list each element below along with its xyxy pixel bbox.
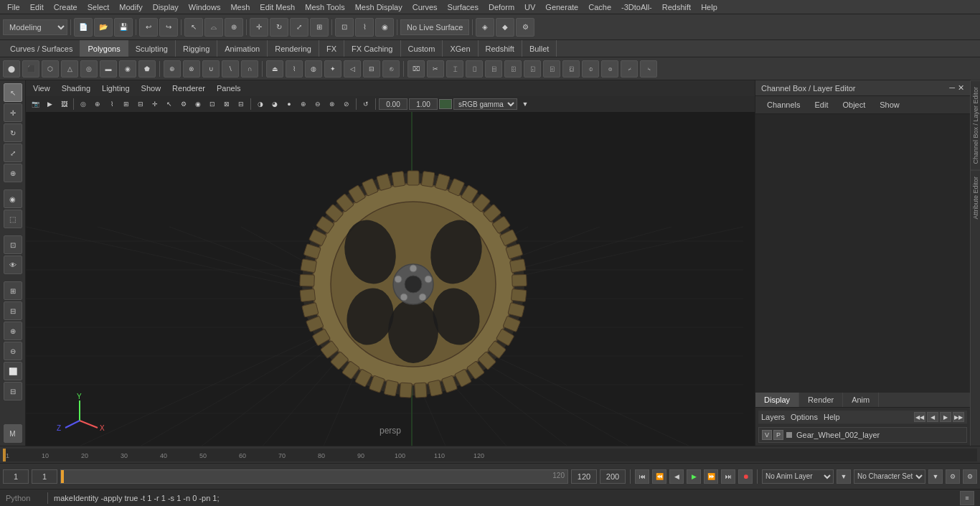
shelf-combine[interactable]: ⊕ bbox=[164, 60, 181, 78]
channel-box-side-tab[interactable]: Channel Box / Layer Editor bbox=[971, 80, 980, 170]
cb-tab-object[interactable]: Object bbox=[837, 99, 871, 111]
menu-curves[interactable]: Curves bbox=[408, 2, 442, 12]
shelf-offset-edge[interactable]: ⌷ bbox=[466, 60, 483, 78]
shelf-average-verts[interactable]: ⌾ bbox=[601, 60, 618, 78]
live-surface-btn[interactable]: No Live Surface bbox=[400, 19, 469, 35]
shelf-sphere[interactable]: ⬤ bbox=[3, 60, 20, 78]
vp-shade2-icon[interactable]: ◕ bbox=[268, 98, 281, 111]
shelf-slide-edge[interactable]: ⌸ bbox=[485, 60, 502, 78]
cb-tab-channels[interactable]: Channels bbox=[761, 99, 806, 111]
layer-arrow-next[interactable]: ▶ bbox=[940, 412, 951, 422]
vp-xray-icon[interactable]: ◎ bbox=[77, 98, 90, 111]
char-set-gear-btn[interactable]: ⚙ bbox=[946, 469, 960, 484]
maya-icon-btn[interactable]: M bbox=[4, 424, 22, 443]
vp-shade1-icon[interactable]: ◑ bbox=[254, 98, 267, 111]
vp-menu-shading[interactable]: Shading bbox=[59, 84, 93, 93]
collapse-all-btn[interactable]: ⊟ bbox=[4, 382, 22, 400]
vp-manip-icon[interactable]: ✛ bbox=[149, 98, 161, 111]
tab-redshift[interactable]: Redshift bbox=[479, 40, 522, 57]
vp-shade5-icon[interactable]: ⊖ bbox=[311, 98, 324, 111]
vp-extra-icon[interactable]: ▼ bbox=[519, 98, 532, 111]
vp-res3-icon[interactable]: ⊟ bbox=[235, 98, 248, 111]
quick-layout-btn[interactable]: ⊞ bbox=[4, 281, 22, 300]
vp-hud-icon[interactable]: ⊟ bbox=[134, 98, 147, 111]
snap-curve-btn[interactable]: ⌇ bbox=[355, 18, 374, 37]
shelf-duplicate-face[interactable]: ⊟ bbox=[363, 60, 380, 78]
render-btn[interactable]: ◈ bbox=[476, 18, 494, 37]
editor-btn[interactable]: ⊟ bbox=[4, 301, 22, 320]
play-back-btn[interactable]: ◀ bbox=[669, 469, 684, 484]
go-end-btn[interactable]: ⏭ bbox=[721, 469, 735, 484]
soft-select-btn[interactable]: ◉ bbox=[4, 189, 22, 208]
move-btn[interactable]: ✛ bbox=[250, 18, 268, 37]
shelf-platonic[interactable]: ⬟ bbox=[138, 60, 156, 78]
tab-custom[interactable]: Custom bbox=[401, 40, 443, 57]
step-back-btn[interactable]: ⏪ bbox=[652, 469, 666, 484]
shelf-insert-loop[interactable]: ⌶ bbox=[446, 60, 463, 78]
range-start-input[interactable] bbox=[32, 469, 57, 484]
lasso-btn[interactable]: ⌓ bbox=[204, 18, 223, 37]
tab-display[interactable]: Display bbox=[755, 393, 799, 407]
snap-to-grid-btn[interactable]: ⊡ bbox=[4, 235, 22, 254]
layer-arrow-right[interactable]: ▶▶ bbox=[953, 412, 964, 422]
shelf-extrude[interactable]: ⏏ bbox=[266, 60, 283, 78]
menu-generate[interactable]: Generate bbox=[541, 2, 583, 12]
tab-render[interactable]: Render bbox=[799, 393, 843, 407]
shelf-bevel[interactable]: ⌧ bbox=[407, 60, 425, 78]
vp-menu-show[interactable]: Show bbox=[138, 84, 164, 93]
tab-rendering[interactable]: Rendering bbox=[268, 40, 319, 57]
render-settings-btn[interactable]: ⚙ bbox=[516, 18, 534, 37]
menu-mesh-display[interactable]: Mesh Display bbox=[351, 2, 407, 12]
menu-cache[interactable]: Cache bbox=[584, 2, 616, 12]
menu-surfaces[interactable]: Surfaces bbox=[443, 2, 483, 12]
shelf-connect[interactable]: ⌹ bbox=[504, 60, 522, 78]
tab-curves-surfaces[interactable]: Curves / Surfaces bbox=[3, 40, 80, 57]
vp-isolate-icon[interactable]: ◉ bbox=[192, 98, 204, 111]
menu-3dtall[interactable]: -3DtoAll- bbox=[617, 2, 656, 12]
menu-mesh[interactable]: Mesh bbox=[226, 2, 254, 12]
save-file-btn[interactable]: 💾 bbox=[114, 18, 133, 37]
viewport-canvas[interactable]: X Y Z bbox=[26, 112, 755, 446]
layer-row[interactable]: V P Gear_Wheel_002_layer bbox=[758, 427, 967, 443]
vp-video-icon[interactable]: ▶ bbox=[43, 98, 56, 111]
layer-p-btn[interactable]: P bbox=[773, 430, 783, 440]
shelf-cylinder[interactable]: ⬡ bbox=[42, 60, 59, 78]
vp-shade7-icon[interactable]: ⊘ bbox=[340, 98, 353, 111]
anim-layer-select[interactable]: No Anim Layer bbox=[762, 469, 834, 484]
paint-select-btn[interactable]: ⊕ bbox=[225, 18, 243, 37]
max-frame-input[interactable] bbox=[600, 469, 626, 484]
shelf-delete-edge[interactable]: ⌿ bbox=[621, 60, 638, 78]
menu-deform[interactable]: Deform bbox=[484, 2, 519, 12]
rotate-tool-btn[interactable]: ↻ bbox=[4, 123, 22, 142]
menu-modify[interactable]: Modify bbox=[115, 2, 146, 12]
vp-cam-attr-icon[interactable]: ⚙ bbox=[177, 98, 190, 111]
workspace-select[interactable]: Modeling Rigging Animation Rendering bbox=[3, 19, 67, 35]
open-file-btn[interactable]: 📂 bbox=[94, 18, 113, 37]
scale-tool-btn[interactable]: ⤢ bbox=[4, 144, 22, 162]
vp-shade4-icon[interactable]: ⊕ bbox=[297, 98, 310, 111]
shelf-plane[interactable]: ▬ bbox=[100, 60, 117, 78]
vp-rig-icon[interactable]: ⌇ bbox=[105, 98, 118, 111]
close-panel-btn[interactable]: ✕ bbox=[958, 83, 964, 93]
menu-help[interactable]: Help bbox=[697, 2, 722, 12]
menu-select[interactable]: Select bbox=[83, 2, 114, 12]
move-tool-btn[interactable]: ✛ bbox=[4, 103, 22, 122]
tab-polygons[interactable]: Polygons bbox=[80, 40, 128, 57]
vp-loop-icon[interactable]: ↺ bbox=[359, 98, 372, 111]
add-div-btn[interactable]: ⊕ bbox=[4, 322, 22, 340]
layer-v-btn[interactable]: V bbox=[762, 430, 772, 440]
go-start-btn[interactable]: ⏮ bbox=[635, 469, 649, 484]
layer-arrow-prev[interactable]: ◀ bbox=[927, 412, 938, 422]
frame-range-slider[interactable]: 120 bbox=[60, 469, 568, 484]
snap-point-btn[interactable]: ◉ bbox=[375, 18, 394, 37]
layer-arrow-left[interactable]: ◀◀ bbox=[914, 412, 925, 422]
menu-redshift[interactable]: Redshift bbox=[658, 2, 695, 12]
shelf-cube[interactable]: ⬛ bbox=[22, 60, 39, 78]
cb-tab-edit[interactable]: Edit bbox=[809, 99, 834, 111]
tab-xgen[interactable]: XGen bbox=[443, 40, 478, 57]
shelf-bridge[interactable]: ⌇ bbox=[286, 60, 303, 78]
vp-select-icon[interactable]: ↖ bbox=[163, 98, 176, 111]
shelf-detach[interactable]: ⌺ bbox=[524, 60, 541, 78]
shelf-multi-cut[interactable]: ✂ bbox=[427, 60, 444, 78]
layer-help-btn[interactable]: Help bbox=[824, 413, 840, 421]
